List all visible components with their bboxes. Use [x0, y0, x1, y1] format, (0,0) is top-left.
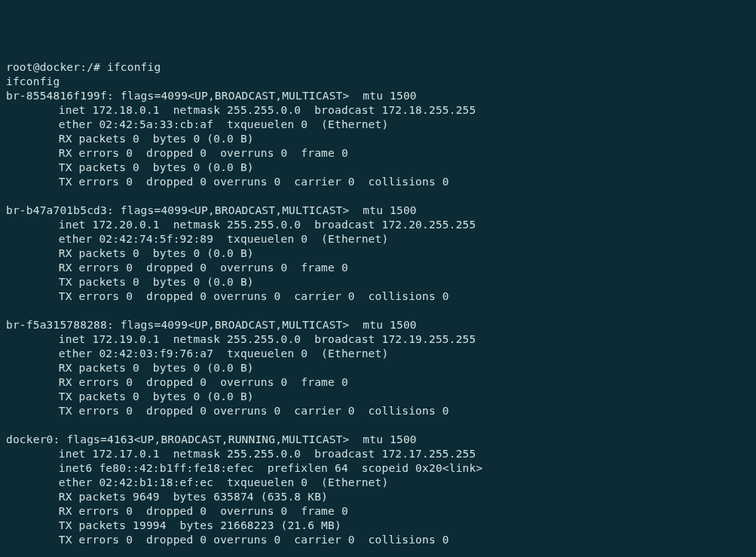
iface-line: RX errors 0 dropped 0 overruns 0 frame 0	[59, 262, 348, 274]
shell-prompt: root@docker:/#	[6, 61, 107, 73]
iface-line: RX packets 0 bytes 0 (0.0 B)	[59, 133, 254, 145]
iface-line: TX packets 0 bytes 0 (0.0 B)	[59, 390, 254, 402]
iface-line: inet 172.18.0.1 netmask 255.255.0.0 broa…	[59, 104, 476, 116]
iface-line: TX packets 0 bytes 0 (0.0 B)	[59, 161, 254, 173]
iface-line: inet 172.17.0.1 netmask 255.255.0.0 broa…	[59, 448, 476, 460]
iface-header-0: br-8554816f199f: flags=4099<UP,BROADCAST…	[6, 90, 417, 102]
iface-line: RX errors 0 dropped 0 overruns 0 frame 0	[59, 505, 348, 517]
iface-line: RX packets 0 bytes 0 (0.0 B)	[59, 247, 254, 259]
iface-line: TX packets 0 bytes 0 (0.0 B)	[59, 276, 254, 288]
iface-line: TX errors 0 dropped 0 overruns 0 carrier…	[59, 405, 449, 417]
iface-line: RX errors 0 dropped 0 overruns 0 frame 0	[59, 147, 348, 159]
iface-header-3: docker0: flags=4163<UP,BROADCAST,RUNNING…	[6, 433, 417, 445]
iface-line: inet 172.19.0.1 netmask 255.255.0.0 broa…	[59, 333, 476, 345]
iface-line: RX packets 9649 bytes 635874 (635.8 KB)	[59, 491, 328, 503]
iface-line: TX errors 0 dropped 0 overruns 0 carrier…	[59, 290, 449, 302]
iface-line: TX errors 0 dropped 0 overruns 0 carrier…	[59, 534, 449, 546]
iface-header-2: br-f5a315788288: flags=4099<UP,BROADCAST…	[6, 319, 417, 331]
iface-line: RX packets 0 bytes 0 (0.0 B)	[59, 362, 254, 374]
iface-line: ether 02:42:03:f9:76:a7 txqueuelen 0 (Et…	[59, 347, 389, 360]
iface-line: RX errors 0 dropped 0 overruns 0 frame 0	[59, 376, 348, 388]
iface-line: TX errors 0 dropped 0 overruns 0 carrier…	[59, 176, 449, 188]
iface-line: ether 02:42:5a:33:cb:af txqueuelen 0 (Et…	[59, 118, 389, 130]
terminal-output[interactable]: root@docker:/# ifconfig ifconfig br-8554…	[0, 57, 756, 557]
iface-line: ether 02:42:b1:18:ef:ec txqueuelen 0 (Et…	[59, 476, 389, 488]
iface-line: inet6 fe80::42:b1ff:fe18:efec prefixlen …	[59, 462, 483, 474]
command-typed: ifconfig	[107, 61, 161, 73]
iface-line: ether 02:42:74:5f:92:89 txqueuelen 0 (Et…	[59, 233, 389, 245]
iface-line: TX packets 19994 bytes 21668223 (21.6 MB…	[59, 519, 341, 531]
iface-header-1: br-b47a701b5cd3: flags=4099<UP,BROADCAST…	[6, 204, 417, 216]
iface-line: inet 172.20.0.1 netmask 255.255.0.0 broa…	[59, 219, 476, 231]
command-echo: ifconfig	[6, 75, 60, 87]
